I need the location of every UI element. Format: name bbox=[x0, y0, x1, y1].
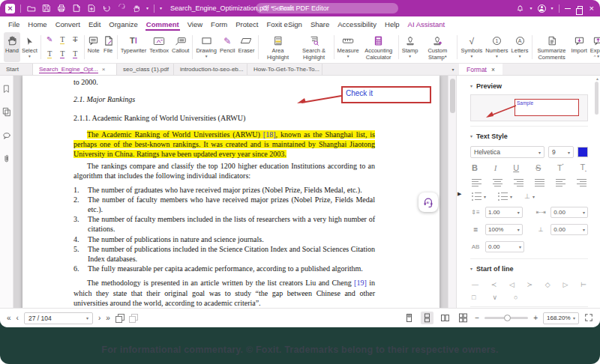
italic-button[interactable]: I bbox=[494, 164, 497, 172]
superscript-button[interactable]: T▪ bbox=[557, 164, 564, 172]
note-button[interactable]: Note bbox=[86, 32, 101, 62]
measure-button[interactable]: Measure ▾ bbox=[336, 32, 361, 62]
hand-tool-button[interactable]: Hand bbox=[4, 32, 20, 62]
bullet-list-button[interactable]: ▾ bbox=[472, 192, 486, 200]
doc-tab-how-to-get-to-the-top[interactable]: How-To-Get-To-The-To... bbox=[248, 64, 322, 75]
quick-tool-hand-icon[interactable] bbox=[131, 4, 141, 13]
comments-list-icon[interactable] bbox=[2, 130, 11, 143]
snapshot-icon[interactable] bbox=[116, 314, 124, 322]
custom-stamp-button[interactable]: Custom Stamp* bbox=[419, 32, 455, 62]
doc-tab-introduction-to-seo[interactable]: introduction-to-seo-eb... bbox=[174, 64, 248, 75]
facing-view-button[interactable] bbox=[439, 312, 452, 324]
line-end-square-button[interactable]: □ bbox=[472, 294, 476, 301]
line-end-circle-button[interactable]: ○ bbox=[514, 294, 518, 301]
zoom-out-button[interactable]: − bbox=[475, 314, 479, 322]
text-direction-button[interactable]: ⊥▾ bbox=[524, 193, 535, 200]
panel-tabs-caret-icon[interactable]: ▾ bbox=[447, 64, 459, 75]
tab-comment[interactable]: Comment bbox=[146, 16, 180, 31]
baseline-offset-input[interactable]: 0.00▾ bbox=[550, 224, 588, 235]
strikeout-tool-icon[interactable]: T bbox=[73, 36, 77, 45]
line-end-open-arrow-button[interactable]: ≺ bbox=[491, 281, 497, 288]
attachments-paperclip-icon[interactable] bbox=[2, 153, 10, 166]
select-tool-button[interactable]: Select ▾ bbox=[20, 32, 39, 62]
format-panel-tab[interactable]: Format × bbox=[459, 64, 502, 75]
citation-link[interactable]: [18] bbox=[263, 130, 276, 139]
open-file-icon[interactable] bbox=[26, 4, 36, 13]
clipboard-icon[interactable] bbox=[129, 314, 137, 322]
preview-section-header[interactable]: ▾Preview bbox=[470, 79, 588, 93]
next-page-button[interactable]: › bbox=[98, 314, 100, 322]
line-end-closed-arrow-button[interactable]: ◁ bbox=[509, 281, 514, 288]
continuous-view-button[interactable] bbox=[421, 312, 434, 324]
document-view[interactable]: to 2000. 2.1. Major Rankings 2.1.1. Acad… bbox=[14, 76, 456, 308]
start-tab[interactable]: Start bbox=[0, 64, 33, 75]
line-end-diamond-button[interactable]: ◇ bbox=[545, 281, 550, 288]
tab-organize[interactable]: Organize bbox=[108, 16, 139, 31]
tab-edit[interactable]: Edit bbox=[88, 16, 101, 31]
horizontal-scale-input[interactable]: 100%▾ bbox=[485, 224, 523, 235]
pencil-button[interactable]: ✎ Pencil bbox=[218, 32, 236, 62]
single-page-view-button[interactable] bbox=[403, 312, 416, 324]
checkit-annotation-box[interactable]: Check it bbox=[341, 86, 431, 103]
textbox-button[interactable]: Textbox bbox=[148, 32, 170, 62]
close-button[interactable]: × bbox=[590, 4, 594, 13]
indent-increase-button[interactable] bbox=[577, 179, 586, 186]
subscript-button[interactable]: T▪ bbox=[580, 163, 586, 173]
line-spacing-input[interactable]: 1.00▾ bbox=[485, 207, 523, 218]
first-page-button[interactable]: « bbox=[7, 314, 11, 322]
tab-help[interactable]: Help bbox=[384, 16, 400, 31]
line-end-butt-button[interactable]: ⊢ bbox=[580, 281, 586, 288]
tab-ai-assistant[interactable]: AI Assistant bbox=[407, 16, 446, 31]
zoom-in-button[interactable]: + bbox=[533, 314, 538, 322]
line-end-slash-button[interactable]: ∨ bbox=[492, 294, 497, 301]
tab-foxit-esign[interactable]: Foxit eSign bbox=[266, 16, 303, 31]
underline-button[interactable]: U bbox=[513, 164, 519, 172]
redo-icon[interactable] bbox=[116, 4, 126, 13]
tab-convert[interactable]: Convert bbox=[55, 16, 81, 31]
drawing-button[interactable]: Drawing ▾ bbox=[194, 32, 218, 62]
highlight-tool-icon[interactable]: ✎ bbox=[46, 36, 52, 45]
char-spacing-input[interactable]: 0.00▾ bbox=[550, 207, 588, 218]
collapse-ribbon-icon[interactable]: ⌃ bbox=[592, 55, 597, 61]
doc-tab-search-engine[interactable]: Search_Engine_Opt... × bbox=[33, 64, 117, 75]
annotation-arrow[interactable] bbox=[291, 92, 345, 107]
close-tab-icon[interactable]: × bbox=[102, 66, 106, 73]
eraser-button[interactable]: Eraser bbox=[236, 32, 256, 62]
bold-button[interactable]: B bbox=[472, 164, 478, 172]
symbols-button[interactable]: √ Symbols ▾ bbox=[459, 32, 484, 62]
facing-continuous-view-button[interactable] bbox=[457, 312, 470, 324]
tab-home[interactable]: Home bbox=[27, 16, 47, 31]
undo-icon[interactable] bbox=[101, 4, 111, 13]
close-panel-icon[interactable]: × bbox=[491, 66, 495, 73]
document-scrollbar[interactable] bbox=[448, 76, 456, 308]
callout-button[interactable]: Callout bbox=[170, 32, 190, 62]
letters-button[interactable]: A Letters ▾ bbox=[510, 32, 530, 62]
align-justify-button[interactable] bbox=[535, 179, 544, 186]
font-family-select[interactable]: Helvetica▾ bbox=[470, 146, 544, 158]
indent-decrease-button[interactable] bbox=[556, 179, 566, 186]
minimize-button[interactable] bbox=[565, 8, 571, 9]
line-end-none-button[interactable]: — bbox=[472, 281, 478, 288]
typewriter-button[interactable]: Tǀ Typewriter bbox=[119, 32, 148, 62]
insert-text-tool-icon[interactable]: T bbox=[73, 50, 77, 59]
email-doc-icon[interactable] bbox=[71, 4, 81, 13]
quick-tool-caret-icon[interactable]: ▾ bbox=[146, 6, 148, 10]
tab-accessibility[interactable]: Accessibility bbox=[337, 16, 377, 31]
print-icon[interactable] bbox=[56, 4, 66, 13]
text-style-section-header[interactable]: ▾Text Style bbox=[470, 129, 588, 143]
page-number-input[interactable]: 27 / 104▾ bbox=[24, 312, 93, 324]
numbered-list-button[interactable]: ▾ bbox=[498, 192, 512, 200]
text-color-swatch[interactable] bbox=[578, 147, 588, 157]
tab-file[interactable]: File bbox=[8, 16, 20, 31]
customize-toolbar-caret-icon[interactable]: ▾ bbox=[160, 6, 162, 10]
start-of-line-section-header[interactable]: ▾Start of line bbox=[470, 261, 588, 276]
tab-share[interactable]: Share bbox=[310, 16, 330, 31]
zoom-level-select[interactable]: 168.20%▾ bbox=[543, 312, 579, 324]
squiggly-tool-icon[interactable]: T bbox=[47, 50, 52, 59]
align-right-button[interactable] bbox=[514, 179, 524, 186]
notifications-caret-icon[interactable]: ▾ bbox=[530, 6, 532, 10]
ai-assistant-fab[interactable]: AI bbox=[418, 192, 438, 212]
doc-tab-seo-class[interactable]: seo_class (1).pdf bbox=[117, 64, 174, 75]
bookmarks-icon[interactable] bbox=[2, 83, 10, 97]
highlight-annotation[interactable]: The Academic Ranking of World Universiti… bbox=[74, 130, 375, 158]
